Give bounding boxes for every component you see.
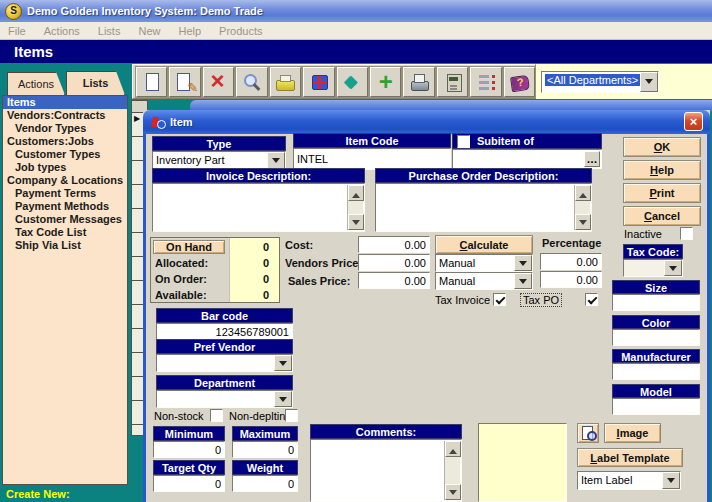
close-icon[interactable]: ×: [684, 112, 703, 131]
sidebar-item-payment-methods[interactable]: Payment Methods: [3, 200, 127, 213]
menu-products[interactable]: Products: [219, 25, 262, 37]
on-hand-button[interactable]: On Hand: [153, 240, 225, 254]
new-item-button[interactable]: [136, 67, 167, 97]
help-button-toolbar[interactable]: [504, 67, 535, 97]
scroll-up-icon[interactable]: [348, 185, 364, 201]
sidebar-item-job-types[interactable]: Job types: [3, 161, 127, 174]
edit-item-button[interactable]: [169, 67, 200, 97]
scroll-up-icon[interactable]: [445, 441, 461, 457]
chevron-down-icon[interactable]: [267, 152, 285, 169]
tax-code-header: Tax Code:: [623, 244, 683, 259]
sidebar-item-vendor-types[interactable]: Vendor Types: [3, 122, 127, 135]
sidebar-item-ship-via-list[interactable]: Ship Via List: [3, 239, 127, 252]
size-input[interactable]: [612, 294, 700, 311]
details-button[interactable]: [470, 67, 501, 97]
vendors-price-input[interactable]: [358, 254, 430, 271]
calculate-button[interactable]: Calculate: [435, 235, 533, 254]
minimum-input[interactable]: [153, 441, 225, 458]
department-filter-dropdown[interactable]: <All Departments>: [541, 71, 659, 93]
scroll-down-icon[interactable]: [348, 214, 364, 230]
package-button[interactable]: [303, 67, 334, 97]
menu-lists[interactable]: Lists: [98, 25, 121, 37]
sidebar-item-customer-types[interactable]: Customer Types: [3, 148, 127, 161]
model-input[interactable]: [612, 398, 700, 415]
vendors-percent-input[interactable]: [540, 253, 602, 270]
department-dropdown[interactable]: [156, 390, 293, 408]
subitem-of-checkbox[interactable]: [457, 135, 470, 148]
cost-input[interactable]: [358, 236, 430, 253]
chevron-down-icon[interactable]: [274, 391, 292, 407]
find-button[interactable]: [236, 67, 267, 97]
chevron-down-icon[interactable]: [514, 273, 532, 289]
chevron-down-icon[interactable]: [514, 255, 532, 271]
label-template-dropdown[interactable]: Item Label: [577, 471, 681, 490]
page-title: Items: [0, 40, 712, 63]
scrollbar[interactable]: [347, 185, 363, 230]
item-dialog-titlebar[interactable]: Item: [143, 110, 710, 134]
package-icon: [308, 71, 330, 93]
menu-actions[interactable]: Actions: [44, 25, 80, 37]
comments-textarea[interactable]: [310, 439, 462, 502]
non-depleting-checkbox[interactable]: [285, 409, 298, 422]
scrollbar[interactable]: [574, 185, 590, 230]
menu-help[interactable]: Help: [178, 25, 201, 37]
invoice-description-textarea[interactable]: [152, 183, 365, 232]
sidebar-item-customers-jobs[interactable]: Customers:Jobs: [3, 135, 127, 148]
print-button-dialog[interactable]: Print: [623, 183, 701, 203]
item-code-input[interactable]: [293, 148, 451, 170]
sidebar-item-items[interactable]: Items: [3, 96, 127, 109]
scrollbar[interactable]: [444, 441, 460, 500]
print-labels-button[interactable]: [270, 67, 301, 97]
assembly-button[interactable]: [337, 67, 368, 97]
print-button[interactable]: [403, 67, 434, 97]
subitem-of-input[interactable]: [452, 149, 602, 169]
on-hand-value: 0: [263, 241, 269, 253]
non-stock-checkbox[interactable]: [210, 409, 223, 422]
tab-actions[interactable]: Actions: [7, 72, 65, 95]
available-label: Available:: [155, 289, 207, 301]
add-button[interactable]: [370, 67, 401, 97]
tax-code-dropdown[interactable]: [623, 259, 683, 277]
create-new-label[interactable]: Create New:: [6, 488, 70, 500]
po-description-textarea[interactable]: [375, 183, 592, 232]
manufacturer-input[interactable]: [612, 363, 700, 380]
scroll-down-icon[interactable]: [445, 484, 461, 500]
tab-lists[interactable]: Lists: [66, 71, 125, 95]
calculator-button[interactable]: [437, 67, 468, 97]
weight-input[interactable]: [232, 475, 298, 492]
type-header: Type: [152, 136, 286, 151]
inactive-checkbox[interactable]: [680, 227, 693, 240]
chevron-down-icon[interactable]: [640, 72, 658, 92]
help-button[interactable]: Help: [623, 160, 701, 180]
chevron-down-icon[interactable]: [274, 355, 292, 371]
sales-price-input[interactable]: [358, 272, 430, 289]
sidebar-item-vendors-contracts[interactable]: Vendors:Contracts: [3, 109, 127, 122]
sidebar-item-payment-terms[interactable]: Payment Terms: [3, 187, 127, 200]
sidebar-item-tax-code-list[interactable]: Tax Code List: [3, 226, 127, 239]
image-button[interactable]: Image: [604, 423, 661, 443]
target-qty-input[interactable]: [153, 475, 225, 492]
sidebar-item-company-locations[interactable]: Company & Locations: [3, 174, 127, 187]
sales-method-dropdown[interactable]: Manual: [435, 272, 533, 290]
ok-button[interactable]: OK: [623, 137, 701, 157]
pref-vendor-dropdown[interactable]: [156, 354, 293, 372]
subitem-browse-button[interactable]: …: [584, 151, 600, 167]
tax-invoice-checkbox[interactable]: [493, 293, 506, 306]
non-stock-label: Non-stock: [154, 410, 204, 422]
maximum-input[interactable]: [232, 441, 298, 458]
scroll-up-icon[interactable]: [575, 185, 591, 201]
delete-item-button[interactable]: [203, 67, 234, 97]
image-preview-button[interactable]: [577, 423, 599, 443]
menu-new[interactable]: New: [138, 25, 160, 37]
chevron-down-icon[interactable]: [662, 472, 680, 489]
sales-percent-input[interactable]: [540, 271, 602, 288]
tax-po-checkbox[interactable]: [585, 293, 598, 306]
color-input[interactable]: [612, 329, 700, 346]
chevron-down-icon[interactable]: [664, 260, 682, 276]
label-template-button[interactable]: Label Template: [577, 448, 683, 467]
vendors-method-dropdown[interactable]: Manual: [435, 254, 533, 272]
menu-file[interactable]: File: [8, 25, 26, 37]
scroll-down-icon[interactable]: [575, 214, 591, 230]
sidebar-item-customer-messages[interactable]: Customer Messages: [3, 213, 127, 226]
cancel-button[interactable]: Cancel: [623, 206, 701, 226]
